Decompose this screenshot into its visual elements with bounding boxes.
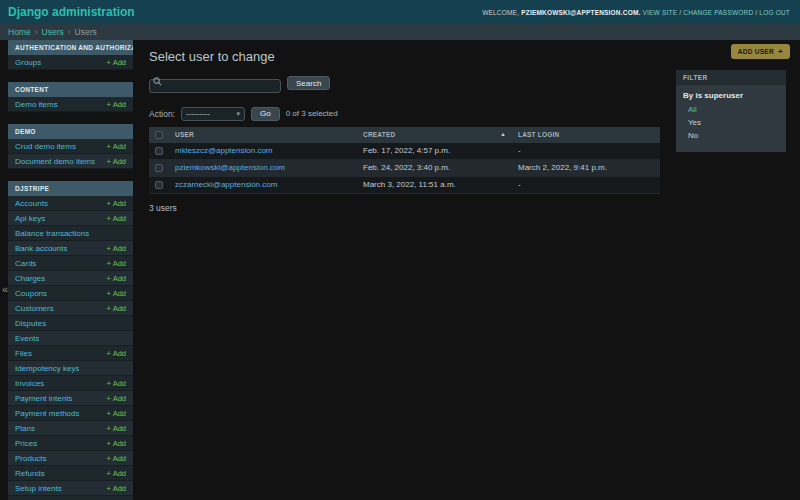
action-select[interactable]: --------- ▾	[181, 107, 245, 121]
result-count: 3 users	[149, 203, 661, 213]
search-bar: Search	[149, 74, 661, 93]
sidebar-link-invoices[interactable]: Invoices	[15, 379, 44, 388]
add-link-invoices[interactable]: + Add	[107, 379, 126, 388]
filter-option-no[interactable]: No	[676, 129, 786, 142]
sidebar-link-groups[interactable]: Groups	[15, 58, 41, 67]
header-link-log-out[interactable]: LOG OUT	[759, 9, 790, 16]
add-link-customers[interactable]: + Add	[107, 304, 126, 313]
add-link-prices[interactable]: + Add	[107, 439, 126, 448]
add-link-refunds[interactable]: + Add	[107, 469, 126, 478]
created-cell: Feb. 24, 2022, 3:40 p.m.	[357, 159, 512, 176]
filter-groups: By is superuserAllYesNo	[676, 85, 786, 142]
add-link-api-keys[interactable]: + Add	[107, 214, 126, 223]
action-select-value: ---------	[186, 109, 210, 118]
sidebar-item-refunds: Refunds+ Add	[8, 466, 133, 481]
sidebar-link-document-demo-items[interactable]: Document demo items	[15, 157, 95, 166]
select-all-cell	[149, 127, 169, 143]
user-tools: WELCOME, PZIEMKOWSKI@APPTENSION.COM. VIE…	[482, 9, 790, 16]
search-button[interactable]: Search	[287, 76, 330, 90]
sidebar-link-accounts[interactable]: Accounts	[15, 199, 48, 208]
sidebar-link-coupons[interactable]: Coupons	[15, 289, 47, 298]
breadcrumb-users[interactable]: Users	[42, 27, 64, 37]
sidebar-link-payment-intents[interactable]: Payment intents	[15, 394, 72, 403]
row-checkbox[interactable]	[155, 147, 163, 155]
sidebar-item-invoices: Invoices+ Add	[8, 376, 133, 391]
sidebar-section-content: CONTENTDemo items+ Add	[8, 82, 133, 112]
welcome-text: WELCOME,	[482, 9, 519, 16]
sidebar-link-cards[interactable]: Cards	[15, 259, 36, 268]
header-link-view-site[interactable]: VIEW SITE	[643, 9, 678, 16]
sidebar-link-events[interactable]: Events	[15, 334, 39, 343]
sidebar-item-payment-intents: Payment intents+ Add	[8, 391, 133, 406]
add-link-charges[interactable]: + Add	[107, 274, 126, 283]
site-title[interactable]: Django administration	[8, 5, 135, 19]
sidebar-item-bank-accounts: Bank accounts+ Add	[8, 241, 133, 256]
search-input[interactable]	[149, 79, 281, 93]
add-link-files[interactable]: + Add	[107, 349, 126, 358]
table-row: pziemkowski@apptension.comFeb. 24, 2022,…	[149, 159, 660, 176]
sidebar-link-refunds[interactable]: Refunds	[15, 469, 45, 478]
sidebar-link-demo-items[interactable]: Demo items	[15, 100, 58, 109]
sidebar-link-disputes[interactable]: Disputes	[15, 319, 46, 328]
sidebar-link-plans[interactable]: Plans	[15, 424, 35, 433]
sidebar-link-balance-transactions[interactable]: Balance transactions	[15, 229, 89, 238]
go-button[interactable]: Go	[251, 107, 280, 121]
column-header-created[interactable]: CREATED ▲	[357, 127, 512, 143]
add-user-button[interactable]: ADD USER +	[731, 44, 790, 59]
sidebar-item-customers: Customers+ Add	[8, 301, 133, 316]
breadcrumb-separator: ›	[35, 27, 38, 37]
sidebar-link-payment-methods[interactable]: Payment methods	[15, 409, 79, 418]
sidebar-link-customers[interactable]: Customers	[15, 304, 54, 313]
column-header-user[interactable]: USER	[169, 127, 357, 143]
created-cell: March 3, 2022, 11:51 a.m.	[357, 176, 512, 193]
sidebar-link-products[interactable]: Products	[15, 454, 47, 463]
add-link-bank-accounts[interactable]: + Add	[107, 244, 126, 253]
user-cell: mkleszcz@apptension.com	[169, 143, 357, 160]
column-header-created-label: CREATED	[363, 131, 395, 138]
sidebar-link-api-keys[interactable]: Api keys	[15, 214, 45, 223]
row-checkbox[interactable]	[155, 164, 163, 172]
user-link[interactable]: mkleszcz@apptension.com	[175, 146, 273, 155]
sidebar-link-idempotency-keys[interactable]: Idempotency keys	[15, 364, 79, 373]
sidebar-section-demo: DEMOCrud demo items+ AddDocument demo it…	[8, 124, 133, 169]
sidebar: AUTHENTICATION AND AUTHORIZATIONGroups+ …	[8, 40, 133, 500]
sidebar-link-crud-demo-items[interactable]: Crud demo items	[15, 142, 76, 151]
search-icon	[153, 77, 162, 86]
sidebar-item-files: Files+ Add	[8, 346, 133, 361]
table-row: zczarnecki@apptension.comMarch 3, 2022, …	[149, 176, 660, 193]
sidebar-link-prices[interactable]: Prices	[15, 439, 37, 448]
row-checkbox[interactable]	[155, 181, 163, 189]
column-header-last-login[interactable]: LAST LOGIN	[512, 127, 660, 143]
select-all-checkbox[interactable]	[155, 131, 163, 139]
add-link-setup-intents[interactable]: + Add	[107, 484, 126, 493]
sidebar-item-setup-intents: Setup intents+ Add	[8, 481, 133, 496]
user-link[interactable]: zczarnecki@apptension.com	[175, 180, 277, 189]
add-link-plans[interactable]: + Add	[107, 424, 126, 433]
add-link-groups[interactable]: + Add	[107, 58, 126, 67]
sidebar-link-setup-intents[interactable]: Setup intents	[15, 484, 62, 493]
header-link-change-password[interactable]: CHANGE PASSWORD	[683, 9, 753, 16]
user-link[interactable]: pziemkowski@apptension.com	[175, 163, 285, 172]
breadcrumb-separator: ›	[68, 27, 71, 37]
sort-ascending-icon[interactable]: ▲	[500, 131, 506, 137]
sidebar-item-products: Products+ Add	[8, 451, 133, 466]
add-link-cards[interactable]: + Add	[107, 259, 126, 268]
add-link-coupons[interactable]: + Add	[107, 289, 126, 298]
sidebar-item-document-demo-items: Document demo items+ Add	[8, 154, 133, 169]
action-label: Action:	[149, 109, 175, 119]
add-link-demo-items[interactable]: + Add	[107, 100, 126, 109]
sidebar-link-files[interactable]: Files	[15, 349, 32, 358]
add-link-payment-intents[interactable]: + Add	[107, 394, 126, 403]
sidebar-link-bank-accounts[interactable]: Bank accounts	[15, 244, 67, 253]
add-link-products[interactable]: + Add	[107, 454, 126, 463]
filter-option-yes[interactable]: Yes	[676, 116, 786, 129]
add-link-payment-methods[interactable]: + Add	[107, 409, 126, 418]
sidebar-link-charges[interactable]: Charges	[15, 274, 45, 283]
breadcrumb-home[interactable]: Home	[8, 27, 31, 37]
user-cell: pziemkowski@apptension.com	[169, 159, 357, 176]
filter-option-all[interactable]: All	[676, 103, 786, 116]
add-link-document-demo-items[interactable]: + Add	[107, 157, 126, 166]
sidebar-section-title: DJSTRIPE	[8, 181, 133, 196]
add-link-crud-demo-items[interactable]: + Add	[107, 142, 126, 151]
add-link-accounts[interactable]: + Add	[107, 199, 126, 208]
